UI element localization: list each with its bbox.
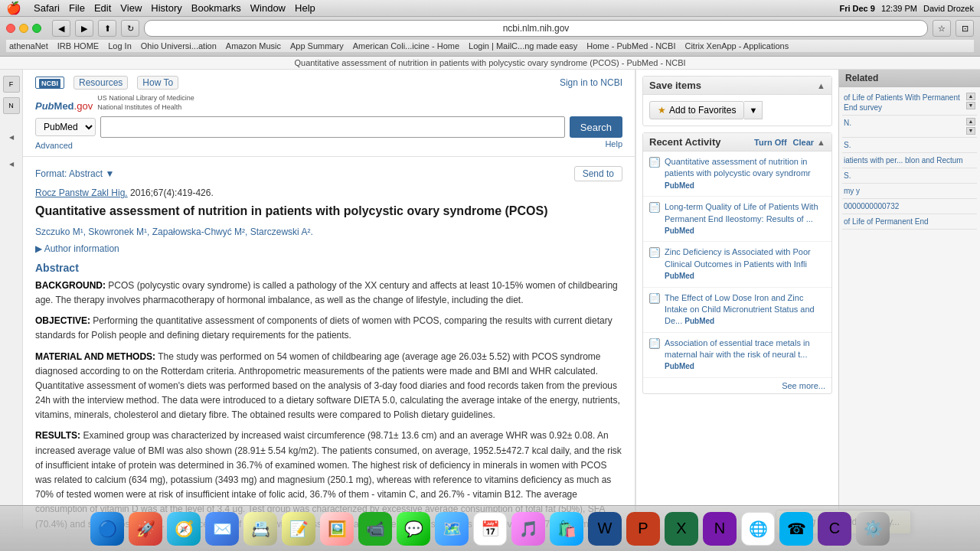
turn-off-button[interactable]: Turn Off [754,138,787,147]
dock-excel-icon[interactable]: X [665,512,698,546]
scroll-right-btn[interactable]: ◀ [8,161,15,168]
zoom-button[interactable]: ⊡ [956,20,974,37]
dock-mail-icon[interactable]: ✉️ [205,512,239,546]
save-items-header[interactable]: Save items ▲ [643,77,831,95]
file-menu[interactable]: File [69,2,85,14]
recent-item: 📄 Zinc Deficiency is Associated with Poo… [643,242,831,287]
recent-item-link-0[interactable]: Quantitative assessment of nutrition in … [665,156,825,191]
apple-menu[interactable]: 🍎 [6,1,21,15]
refresh-button[interactable]: ↻ [121,20,139,37]
send-to-button[interactable]: Send to [574,166,622,181]
scroll-left-btn[interactable]: ◀ [8,134,15,141]
howto-button[interactable]: How To [137,76,178,90]
add-to-favorites-button[interactable]: ★ Add to Favorites [649,101,744,119]
dock-itunes-icon[interactable]: 🎵 [511,512,545,546]
close-window-button[interactable] [6,24,15,33]
menubar-right: Fri Dec 9 12:39 PM David Drozek [839,4,974,13]
address-bar[interactable]: ncbi.nlm.nih.gov [144,20,928,37]
content-area: NCBI Resources How To Sign in to NCBI Pu… [23,70,980,529]
author-info-toggle[interactable]: ▶ Author information [35,243,622,254]
related-down-icon[interactable]: ▼ [966,127,975,135]
related-item-text-5[interactable]: my y [844,186,975,196]
share-button[interactable]: ⬆ [98,20,116,37]
journal-link[interactable]: Rocz Panstw Zakl Hig. [35,187,128,198]
help-menu[interactable]: Help [295,2,315,14]
dock-citrix-icon[interactable]: C [818,512,851,546]
related-item-text-2[interactable]: S. [844,140,975,150]
view-menu[interactable]: View [120,2,142,14]
dock-notes-icon[interactable]: 📝 [282,512,315,546]
related-item-text-0[interactable]: of Life of Patients With Permanent End s… [844,93,963,112]
related-up-icon[interactable]: ▲ [966,118,975,126]
dock-safari-icon[interactable]: 🧭 [167,512,201,546]
bookmark-athenenet[interactable]: athenaNet [9,41,48,51]
related-item-text-4[interactable]: S. [844,171,975,181]
save-items-collapse-icon[interactable]: ▲ [817,81,825,90]
recent-item-link-2[interactable]: Zinc Deficiency is Associated with Poor … [665,246,825,282]
dock-maps-icon[interactable]: 🗺️ [435,512,469,546]
related-item-text-3[interactable]: iatients with per... blon and Rectum [844,155,975,165]
forward-button[interactable]: ▶ [75,20,93,37]
see-more-button[interactable]: See more... [643,378,831,393]
search-input[interactable] [100,116,565,138]
dock-finder-icon[interactable]: 🔵 [90,512,124,546]
clear-button[interactable]: Clear [793,138,815,147]
add-favorites-dropdown-button[interactable]: ▼ [744,101,763,119]
list-item: S. [842,138,977,153]
sign-in-button[interactable]: Sign in to NCBI [560,77,622,88]
bookmark-pubmed[interactable]: Home - PubMed - NCBI [586,41,675,51]
history-menu[interactable]: History [151,2,181,14]
minimize-window-button[interactable] [19,24,28,33]
dock-contacts-icon[interactable]: 📇 [243,512,277,546]
related-up-icon[interactable]: ▲ [966,93,975,100]
dock-messages-icon[interactable]: 💬 [397,512,430,546]
dock-skype-icon[interactable]: ☎ [779,512,813,546]
help-link[interactable]: Help [605,139,622,150]
recent-collapse-icon[interactable]: ▲ [817,138,825,147]
add-favorites-container: ★ Add to Favorites ▼ [649,101,825,119]
advanced-link[interactable]: Advanced [35,141,73,150]
window-menu[interactable]: Window [250,2,286,14]
dock-word-icon[interactable]: W [588,512,622,546]
related-item-text-7[interactable]: of Life of Permanent End [844,217,975,227]
dock-calendar-icon[interactable]: 📅 [473,512,507,546]
bookmark-login[interactable]: Log In [108,41,132,51]
authors[interactable]: Szczuko M¹, Skowronek M¹, Zapałowska-Chw… [35,227,622,237]
edit-menu[interactable]: Edit [94,2,111,14]
safari-menu[interactable]: Safari [34,2,60,14]
bookmark-irb[interactable]: IRB HOME [57,41,99,51]
recent-item-link-4[interactable]: Association of essential trace metals in… [665,337,825,373]
search-button[interactable]: Search [570,116,622,138]
fullscreen-window-button[interactable] [32,24,41,33]
sidebar-toggle-button[interactable]: F [3,76,20,93]
format-dropdown-icon[interactable]: ▼ [105,168,114,179]
back-button[interactable]: ◀ [52,20,70,37]
bookmark-button[interactable]: ☆ [933,20,951,37]
search-database-select[interactable]: PubMed [35,118,96,136]
dock-powerpoint-icon[interactable]: P [626,512,660,546]
bookmark-ohio[interactable]: Ohio Universi...ation [141,41,217,51]
dock-launchpad-icon[interactable]: 🚀 [129,512,162,546]
bookmark-mailc[interactable]: Login | MailC...ng made easy [469,41,577,51]
bookmark-american[interactable]: American Coli...icine - Home [353,41,459,51]
dock-facetime-icon[interactable]: 📹 [358,512,392,546]
dock-onenote-icon[interactable]: N [703,512,737,546]
resources-button[interactable]: Resources [74,76,128,90]
dock-photos-icon[interactable]: 🖼️ [320,512,354,546]
dock-preferences-icon[interactable]: ⚙️ [856,512,890,546]
dock-chrome-icon[interactable]: 🌐 [741,512,775,546]
bookmark-app-summary[interactable]: App Summary [290,41,344,51]
ncbi-logo: NCBI [35,77,64,89]
bookmarks-menu[interactable]: Bookmarks [191,2,241,14]
recent-item-link-1[interactable]: Long-term Quality of Life of Patients Wi… [665,201,825,236]
related-down-icon[interactable]: ▼ [966,102,975,109]
format-type-button[interactable]: Abstract [69,168,103,179]
related-item-text-1[interactable]: N. [844,118,963,128]
related-item-text-6[interactable]: 0000000000732 [844,201,975,211]
sidebar-expand-button[interactable]: N [3,97,20,114]
recent-item-link-3[interactable]: The Effect of Low Dose Iron and Zinc Int… [665,292,825,328]
dock-appstore-icon[interactable]: 🛍️ [550,512,583,546]
bookmark-citrix[interactable]: Citrix XenApp - Applications [684,41,789,51]
bookmark-amazon[interactable]: Amazon Music [226,41,281,51]
results-label: RESULTS: [35,430,80,441]
